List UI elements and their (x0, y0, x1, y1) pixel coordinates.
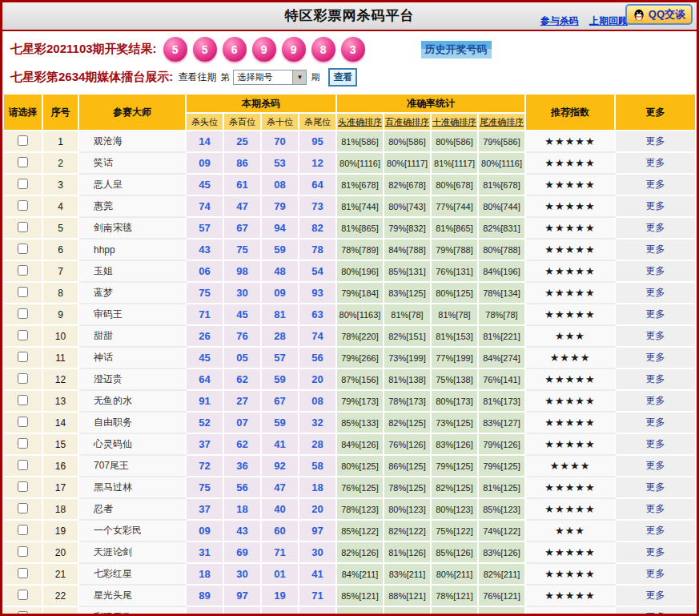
select-cell (3, 368, 42, 390)
row-index: 1 (42, 131, 78, 152)
col-header-select: 请选择 (3, 94, 42, 131)
sort-head-accuracy-link[interactable]: 头准确排序 (338, 117, 382, 127)
select-cell (3, 131, 42, 152)
row-index: 15 (42, 433, 78, 455)
row-checkbox[interactable] (18, 611, 28, 616)
more-cell: 更多 (615, 325, 696, 347)
row-checkbox[interactable] (18, 157, 28, 167)
more-link[interactable]: 更多 (646, 546, 665, 558)
row-index: 9 (42, 304, 78, 325)
accuracy-1: 78%[173] (384, 390, 431, 412)
row-checkbox[interactable] (18, 287, 28, 297)
accuracy-0: 80%[1163] (336, 304, 384, 325)
row-checkbox[interactable] (18, 308, 28, 319)
star-rating: ★★★★★ (525, 412, 615, 433)
row-index: 11 (42, 347, 78, 368)
row-checkbox[interactable] (18, 179, 28, 189)
kill-number-1: 62 (223, 368, 261, 390)
more-link[interactable]: 更多 (646, 330, 665, 341)
row-index: 4 (42, 195, 78, 217)
join-kill-code-link[interactable]: 参与杀码 (540, 15, 579, 26)
row-checkbox[interactable] (18, 525, 28, 535)
more-link[interactable]: 更多 (646, 135, 665, 147)
last-issue-review-link[interactable]: 上期回顾 (589, 15, 628, 26)
kill-number-2: 48 (261, 260, 299, 282)
kill-number-3: 12 (299, 152, 336, 174)
more-cell: 更多 (615, 563, 696, 585)
more-cell: 更多 (615, 585, 696, 606)
more-link[interactable]: 更多 (646, 503, 665, 514)
table-row: 23彩码无敌5151802978%[309]82%[309]78%[309]83… (3, 606, 696, 616)
more-link[interactable]: 更多 (646, 373, 665, 384)
row-checkbox[interactable] (18, 373, 28, 384)
accuracy-0: 78%[789] (336, 239, 384, 260)
row-checkbox[interactable] (18, 200, 28, 211)
row-checkbox[interactable] (18, 330, 28, 340)
chevron-down-icon[interactable]: ▼ (292, 70, 306, 84)
more-link[interactable]: 更多 (646, 287, 665, 298)
kill-number-1: 07 (223, 412, 261, 433)
kill-number-1: 97 (223, 585, 261, 606)
col-group-kill-codes: 本期杀码 (186, 94, 336, 113)
more-link[interactable]: 更多 (646, 395, 665, 406)
more-link[interactable]: 更多 (646, 308, 665, 320)
accuracy-0: 79%[266] (336, 347, 384, 368)
accuracy-2: 80%[586] (431, 131, 478, 152)
row-index: 2 (42, 152, 78, 174)
row-checkbox[interactable] (18, 244, 28, 254)
more-link[interactable]: 更多 (646, 265, 665, 276)
more-link[interactable]: 更多 (646, 157, 665, 168)
kill-number-2: 59 (261, 368, 299, 390)
row-checkbox[interactable] (18, 460, 28, 470)
qq-chat-button[interactable]: QQ交谈 (625, 4, 693, 25)
row-checkbox[interactable] (18, 503, 28, 513)
more-link[interactable]: 更多 (646, 590, 665, 601)
more-link[interactable]: 更多 (646, 525, 665, 536)
more-link[interactable]: 更多 (646, 481, 665, 493)
sort-tail-accuracy-link[interactable]: 尾准确排序 (480, 117, 524, 127)
more-link[interactable]: 更多 (646, 417, 665, 428)
more-link[interactable]: 更多 (646, 611, 665, 616)
more-link[interactable]: 更多 (646, 200, 665, 211)
more-link[interactable]: 更多 (646, 179, 665, 190)
row-checkbox[interactable] (18, 546, 28, 557)
col-header-stars: 推荐指数 (525, 94, 615, 131)
accuracy-3: 80%[1116] (478, 152, 525, 174)
accuracy-0: 81%[865] (336, 217, 384, 239)
sort-hundred-accuracy-link[interactable]: 百准确排序 (385, 117, 429, 127)
select-cell (3, 542, 42, 563)
more-link[interactable]: 更多 (646, 244, 665, 255)
row-checkbox[interactable] (18, 395, 28, 405)
row-checkbox[interactable] (18, 135, 28, 146)
period-select[interactable]: 选择期号 ▼ (233, 70, 307, 85)
kill-number-1: 76 (223, 325, 261, 347)
row-checkbox[interactable] (18, 590, 28, 600)
more-link[interactable]: 更多 (646, 460, 665, 471)
row-checkbox[interactable] (18, 352, 28, 362)
row-checkbox[interactable] (18, 438, 28, 449)
history-numbers-button[interactable]: 历史开奖号码 (421, 41, 492, 58)
row-checkbox[interactable] (18, 481, 28, 492)
row-checkbox[interactable] (18, 265, 28, 276)
sort-ten-accuracy-link[interactable]: 十准确排序 (432, 117, 476, 127)
row-index: 8 (42, 282, 78, 304)
kill-number-1: 61 (223, 174, 261, 195)
accuracy-2: 77%[199] (431, 347, 478, 368)
kill-number-3: 73 (299, 195, 336, 217)
more-cell: 更多 (615, 260, 696, 282)
kill-number-2: 59 (261, 412, 299, 433)
kill-number-1: 18 (223, 498, 261, 520)
row-checkbox[interactable] (18, 417, 28, 427)
select-cell (3, 390, 42, 412)
row-checkbox[interactable] (18, 568, 28, 578)
table-row: 1观沧海1425709581%[586]80%[586]80%[586]79%[… (3, 131, 696, 152)
view-button[interactable]: 查看 (328, 68, 357, 87)
row-checkbox[interactable] (18, 222, 28, 232)
table-row: 6hhpp4375597878%[789]84%[788]79%[788]80%… (3, 239, 696, 260)
more-link[interactable]: 更多 (646, 568, 665, 579)
more-link[interactable]: 更多 (646, 222, 665, 233)
more-link[interactable]: 更多 (646, 438, 665, 449)
master-name: 彩码无敌 (78, 606, 186, 616)
more-link[interactable]: 更多 (646, 352, 665, 363)
kill-number-0: 45 (186, 347, 223, 368)
